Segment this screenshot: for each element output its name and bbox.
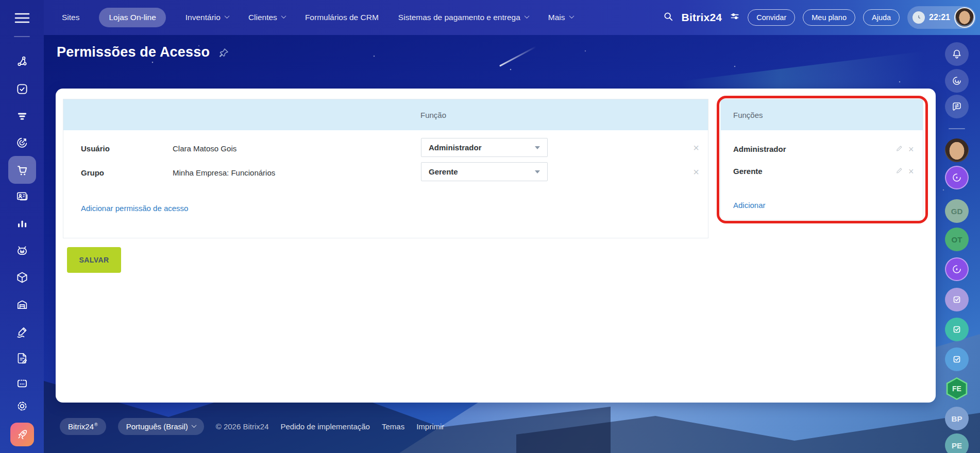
remove-permission-icon[interactable]: × [691, 167, 701, 177]
nav-label: Inventário [185, 13, 221, 22]
permissions-table: Função Usuário Clara Matoso Gois Adminis… [63, 99, 708, 238]
roles-header-label: Funções [733, 111, 763, 119]
save-button[interactable]: SALVAR [67, 247, 121, 273]
topbar-right-cluster: Bitrix24 Convidar Meu plano Ajuda 22:21 [663, 0, 976, 35]
inventory-box-icon[interactable] [0, 271, 44, 284]
page-title: Permissões de Acesso [57, 44, 210, 60]
access-permissions-card: Função Usuário Clara Matoso Gois Adminis… [56, 89, 936, 403]
footer-link-implementation[interactable]: Pedido de implementação [281, 422, 370, 431]
role-select-group[interactable]: Gerente [421, 162, 548, 181]
footer-link-themes[interactable]: Temas [382, 422, 404, 431]
add-permission-link[interactable]: Adicionar permissão de acesso [81, 204, 188, 213]
rail-badge-ot[interactable]: OT [945, 228, 969, 251]
nav-clients[interactable]: Clientes [248, 13, 285, 22]
contact-center-icon[interactable] [0, 190, 44, 203]
search-icon[interactable] [663, 11, 674, 24]
clock-icon [913, 11, 925, 24]
e-signature-icon[interactable] [0, 325, 44, 339]
rail-badge-gd[interactable]: GD [945, 199, 969, 223]
task-checkbox-icon[interactable] [945, 318, 969, 341]
roles-panel-header: Funções [721, 99, 923, 130]
copilot-active-icon[interactable] [945, 166, 969, 189]
chevron-down-icon [281, 13, 286, 19]
role-item-actions: × [896, 145, 914, 154]
footer-brand-badge[interactable]: Bitrix24® [60, 418, 106, 435]
nav-online-stores[interactable]: Lojas On-line [99, 8, 165, 27]
rail-divider [949, 128, 965, 129]
edit-pencil-icon[interactable] [896, 145, 903, 154]
footer-link-print[interactable]: Imprimir [416, 422, 444, 431]
top-navigation-bar: Sites Lojas On-line Inventário Clientes … [44, 0, 980, 35]
analytics-chart-icon[interactable] [0, 217, 44, 230]
warehouse-icon[interactable] [0, 298, 44, 311]
sidebar-divider [14, 36, 30, 37]
nav-label: Sites [62, 13, 79, 22]
rail-badge-pe[interactable]: PE [945, 433, 969, 453]
footer: Bitrix24® Português (Brasil) © 2026 Bitr… [60, 418, 444, 435]
chevron-down-icon [524, 13, 529, 19]
role-column-header: Função [420, 111, 446, 119]
entity-type-label: Grupo [81, 168, 104, 177]
role-item-actions: × [896, 167, 914, 176]
remove-permission-icon[interactable]: × [691, 143, 701, 153]
rail-user-avatar[interactable] [945, 138, 969, 162]
smart-documents-icon[interactable] [0, 352, 44, 365]
settings-gear-icon[interactable] [0, 399, 44, 413]
stars-decoration [44, 35, 45, 36]
role-select-value: Gerente [429, 167, 535, 176]
task-checkbox-icon[interactable] [945, 347, 969, 371]
role-select-value: Administrador [429, 143, 535, 152]
caret-down-icon [535, 170, 540, 173]
copilot-icon[interactable] [945, 69, 969, 93]
chevron-down-icon [224, 13, 229, 19]
nav-label: Lojas On-line [109, 13, 156, 22]
sliders-icon[interactable] [730, 11, 740, 24]
delete-role-icon[interactable]: × [908, 167, 914, 176]
crm-funnel-icon[interactable] [0, 110, 44, 123]
online-store-cart-icon[interactable] [8, 156, 36, 184]
task-checkbox-icon[interactable] [945, 288, 969, 311]
delete-role-icon[interactable]: × [908, 145, 914, 153]
left-sidebar [0, 0, 44, 453]
nav-sites[interactable]: Sites [62, 13, 79, 22]
pin-icon[interactable] [218, 47, 229, 61]
help-button[interactable]: Ajuda [863, 9, 900, 26]
role-name: Administrador [733, 145, 786, 153]
role-select-user[interactable]: Administrador [421, 138, 548, 157]
language-selector[interactable]: Português (Brasil) [118, 418, 204, 435]
nav-label: Sistemas de pagamento e entrega [398, 13, 520, 22]
worktime-clock: 22:21 [929, 13, 950, 22]
nav-inventory[interactable]: Inventário [185, 13, 229, 22]
copilot-active-icon[interactable] [945, 257, 969, 281]
language-label: Português (Brasil) [126, 422, 188, 431]
permissions-table-header: Função [63, 99, 708, 130]
marketing-target-icon[interactable] [0, 136, 44, 149]
edit-pencil-icon[interactable] [896, 167, 903, 176]
tasks-check-icon[interactable] [0, 82, 44, 96]
nav-label: Formulários de CRM [305, 13, 379, 22]
messenger-network-icon[interactable] [0, 55, 44, 68]
translate-chat-icon[interactable] [945, 95, 969, 118]
nav-label: Mais [548, 13, 565, 22]
worktime-widget[interactable]: 22:21 [907, 6, 976, 29]
automation-robot-icon[interactable] [0, 244, 44, 257]
hamburger-menu-icon[interactable] [0, 12, 44, 24]
my-plan-button[interactable]: Meu plano [803, 9, 855, 26]
notifications-bell-icon[interactable] [945, 42, 969, 66]
launch-rocket-icon[interactable] [10, 423, 34, 446]
entity-type-label: Usuário [81, 144, 110, 153]
bitrix24-app: Sites Lojas On-line Inventário Clientes … [0, 0, 980, 453]
booking-icon[interactable] [0, 377, 44, 390]
nav-crm-forms[interactable]: Formulários de CRM [305, 13, 379, 22]
entity-name: Minha Empresa: Funcionários [173, 168, 275, 177]
add-role-link[interactable]: Adicionar [733, 201, 766, 210]
invite-button[interactable]: Convidar [748, 9, 795, 26]
brand-mark: ® [94, 422, 98, 427]
nav-more[interactable]: Mais [548, 13, 573, 22]
rail-badge-bp[interactable]: BP [945, 407, 969, 430]
user-avatar[interactable] [954, 7, 975, 28]
nav-payment-delivery[interactable]: Sistemas de pagamento e entrega [398, 13, 529, 22]
bitrix24-logo: Bitrix24 [682, 11, 722, 24]
footer-brand-label: Bitrix24® [68, 422, 98, 431]
page-header: Permissões de Acesso [57, 43, 229, 61]
